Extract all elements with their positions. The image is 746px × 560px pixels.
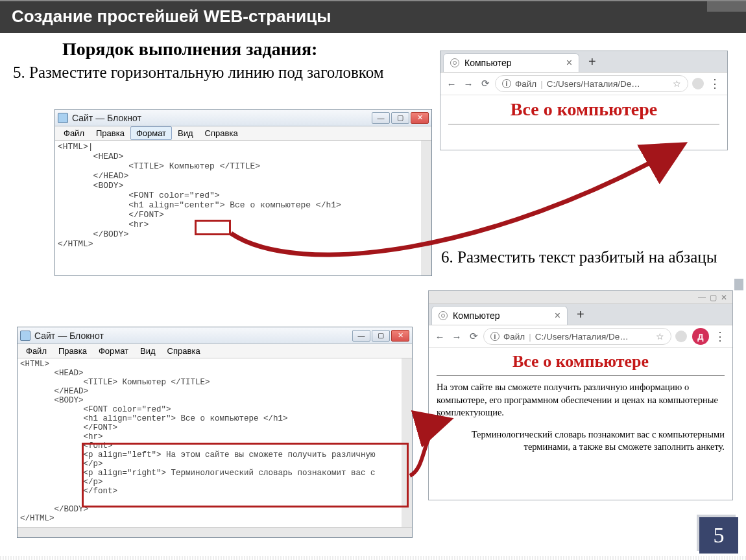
forward-button[interactable]: → xyxy=(461,78,475,89)
browser-tab[interactable]: Компьютер × xyxy=(431,306,568,325)
address-file-label: Файл xyxy=(515,79,536,89)
minimize-button[interactable]: — xyxy=(698,293,706,302)
browser-window-2: — ▢ ✕ Компьютер × + ← → ⟳ i Файл | C:/Us… xyxy=(428,290,733,500)
slide-header: Создание простейшей WEB-страницы xyxy=(0,0,746,33)
tab-title: Компьютер xyxy=(464,58,511,68)
notepad-title-text: Сайт — Блокнот xyxy=(72,113,141,123)
info-icon: i xyxy=(490,332,499,341)
browser-sysbar: — ▢ ✕ xyxy=(429,291,732,304)
notepad-editor[interactable]: <HTML>| <HEAD> <TITLE> Компьютер </TITLE… xyxy=(55,141,431,275)
menu-help[interactable]: Справка xyxy=(199,126,244,140)
extension-icon[interactable] xyxy=(692,78,704,89)
page-heading: Все о компьютере xyxy=(448,99,719,120)
browser-navbar: ← → ⟳ i Файл | C:/Users/Наталия/De… ☆ Д … xyxy=(429,325,732,348)
horizontal-rule xyxy=(437,375,725,376)
menu-file[interactable]: Файл xyxy=(20,344,53,358)
browser-tab[interactable]: Компьютер × xyxy=(443,53,579,72)
notepad-icon xyxy=(20,331,30,341)
notepad-menubar: Файл Правка Формат Вид Справка xyxy=(18,344,412,358)
back-button[interactable]: ← xyxy=(433,331,447,342)
notepad-window-1: Сайт — Блокнот — ▢ ✕ Файл Правка Формат … xyxy=(54,109,432,276)
menu-format[interactable]: Формат xyxy=(130,126,172,140)
browser-tabstrip: Компьютер × + xyxy=(440,51,727,72)
address-path: C:/Users/Наталия/De… xyxy=(535,332,629,342)
subtitle: Порядок выполнения задания: xyxy=(62,39,317,60)
extension-icon[interactable] xyxy=(675,331,687,342)
browser-viewport: Все о компьютере На этом сайте вы сможет… xyxy=(429,348,732,500)
minimize-button[interactable]: — xyxy=(352,330,370,342)
close-icon[interactable]: × xyxy=(555,310,560,321)
reload-button[interactable]: ⟳ xyxy=(478,78,492,89)
paragraph-left: На этом сайте вы сможете получить различ… xyxy=(437,381,725,419)
notepad-titlebar[interactable]: Сайт — Блокнот — ▢ ✕ xyxy=(18,327,412,344)
maximize-button[interactable]: ▢ xyxy=(372,330,390,342)
tab-title: Компьютер xyxy=(453,310,499,321)
menu-view[interactable]: Вид xyxy=(172,126,199,140)
horizontal-rule xyxy=(448,124,719,124)
close-button[interactable]: ✕ xyxy=(391,330,409,342)
notepad-window-2: Сайт — Блокнот — ▢ ✕ Файл Правка Формат … xyxy=(17,327,413,538)
address-path: C:/Users/Наталия/De… xyxy=(547,79,640,89)
scrollbar-horizontal[interactable] xyxy=(18,527,412,537)
info-icon: i xyxy=(502,79,511,88)
star-icon[interactable]: ☆ xyxy=(669,78,681,89)
forward-button[interactable]: → xyxy=(450,331,464,342)
notepad-titlebar[interactable]: Сайт — Блокнот — ▢ ✕ xyxy=(55,110,431,126)
menu-view[interactable]: Вид xyxy=(134,344,162,358)
menu-format[interactable]: Формат xyxy=(93,344,134,358)
new-tab-button[interactable]: + xyxy=(568,307,594,322)
address-bar[interactable]: i Файл | C:/Users/Наталия/De… ☆ xyxy=(495,75,688,92)
notepad-menubar: Файл Правка Формат Вид Справка xyxy=(55,126,431,141)
menu-file[interactable]: Файл xyxy=(58,126,90,140)
slide-title: Создание простейшей WEB-страницы xyxy=(12,6,331,26)
page-heading: Все о компьютере xyxy=(437,352,725,371)
back-button[interactable]: ← xyxy=(444,78,459,89)
notepad-editor[interactable]: <HTML> <HEAD> <TITLE> Компьютер </TITLE>… xyxy=(18,358,412,527)
notepad-title-text: Сайт — Блокнот xyxy=(34,331,104,341)
globe-icon xyxy=(450,58,459,67)
menu-edit[interactable]: Правка xyxy=(90,126,130,140)
new-tab-button[interactable]: + xyxy=(579,54,605,69)
browser-window-1: Компьютер × + ← → ⟳ i Файл | C:/Users/На… xyxy=(440,51,728,150)
notepad-icon xyxy=(58,113,68,123)
step-5-text: 5. Разместите горизонтальную линию под з… xyxy=(13,64,424,82)
decorative-accent xyxy=(734,279,743,290)
browser-viewport: Все о компьютере xyxy=(440,95,727,150)
browser-navbar: ← → ⟳ i Файл | C:/Users/Наталия/De… ☆ ⋮ xyxy=(440,72,727,95)
browser-tabstrip: Компьютер × + xyxy=(429,304,732,325)
minimize-button[interactable]: — xyxy=(372,112,390,124)
globe-icon xyxy=(439,311,448,320)
page-number: 5 xyxy=(699,517,738,554)
address-bar[interactable]: i Файл | C:/Users/Наталия/De… ☆ xyxy=(483,328,671,345)
paragraph-right: Терминологический словарь познакомит вас… xyxy=(437,428,725,454)
menu-icon[interactable]: ⋮ xyxy=(706,76,723,91)
footer-rule xyxy=(0,556,746,560)
maximize-button[interactable]: ▢ xyxy=(710,293,717,302)
address-file-label: Файл xyxy=(503,332,525,342)
header-accent xyxy=(707,0,746,12)
close-button[interactable]: ✕ xyxy=(411,112,429,124)
menu-help[interactable]: Справка xyxy=(162,344,206,358)
reload-button[interactable]: ⟳ xyxy=(466,331,481,342)
step-6-text: 6. Разместить текст разбитый на абзацы xyxy=(441,248,733,267)
menu-edit[interactable]: Правка xyxy=(53,344,93,358)
maximize-button[interactable]: ▢ xyxy=(391,112,409,124)
close-icon[interactable]: × xyxy=(566,57,572,69)
star-icon[interactable]: ☆ xyxy=(652,331,664,342)
avatar-badge[interactable]: Д xyxy=(692,328,709,345)
menu-icon[interactable]: ⋮ xyxy=(712,329,728,344)
close-button[interactable]: ✕ xyxy=(721,293,727,302)
